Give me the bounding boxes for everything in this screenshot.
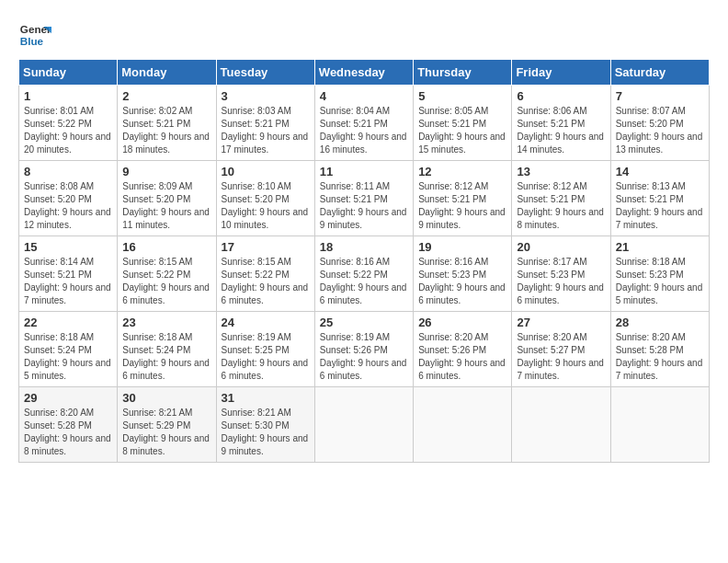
calendar-cell: 11Sunrise: 8:11 AM Sunset: 5:21 PM Dayli…	[314, 161, 413, 236]
calendar-cell: 17Sunrise: 8:15 AM Sunset: 5:22 PM Dayli…	[216, 236, 314, 312]
calendar-cell: 15Sunrise: 8:14 AM Sunset: 5:21 PM Dayli…	[19, 236, 118, 312]
day-number: 27	[517, 316, 605, 329]
day-info: Sunrise: 8:04 AM Sunset: 5:21 PM Dayligh…	[320, 105, 408, 156]
svg-text:Blue: Blue	[20, 35, 44, 47]
day-number: 23	[122, 316, 210, 329]
day-info: Sunrise: 8:18 AM Sunset: 5:24 PM Dayligh…	[24, 331, 112, 383]
calendar-cell: 28Sunrise: 8:20 AM Sunset: 5:28 PM Dayli…	[610, 312, 709, 387]
day-info: Sunrise: 8:15 AM Sunset: 5:22 PM Dayligh…	[222, 256, 310, 307]
day-info: Sunrise: 8:18 AM Sunset: 5:23 PM Dayligh…	[616, 256, 704, 307]
day-info: Sunrise: 8:19 AM Sunset: 5:26 PM Dayligh…	[320, 331, 408, 383]
calendar-cell	[414, 387, 512, 463]
day-number: 8	[24, 165, 112, 178]
calendar-cell: 13Sunrise: 8:12 AM Sunset: 5:21 PM Dayli…	[512, 161, 610, 236]
calendar-cell: 30Sunrise: 8:21 AM Sunset: 5:29 PM Dayli…	[118, 387, 216, 463]
calendar-cell: 3Sunrise: 8:03 AM Sunset: 5:21 PM Daylig…	[216, 86, 314, 161]
day-number: 19	[418, 240, 506, 254]
day-info: Sunrise: 8:05 AM Sunset: 5:21 PM Dayligh…	[418, 105, 506, 156]
day-info: Sunrise: 8:19 AM Sunset: 5:25 PM Dayligh…	[222, 331, 310, 383]
day-number: 9	[122, 165, 210, 178]
logo-icon: General Blue	[18, 18, 51, 52]
day-number: 20	[517, 240, 605, 254]
day-number: 5	[418, 89, 506, 103]
calendar-week-row: 22Sunrise: 8:18 AM Sunset: 5:24 PM Dayli…	[19, 312, 710, 387]
day-number: 6	[517, 89, 605, 103]
calendar-cell: 19Sunrise: 8:16 AM Sunset: 5:23 PM Dayli…	[414, 236, 512, 312]
day-number: 29	[24, 391, 112, 405]
calendar-header-row: SundayMondayTuesdayWednesdayThursdayFrid…	[19, 60, 710, 86]
day-number: 4	[320, 89, 408, 103]
calendar-week-row: 29Sunrise: 8:20 AM Sunset: 5:28 PM Dayli…	[19, 387, 710, 463]
day-number: 28	[616, 316, 704, 329]
day-number: 24	[222, 316, 310, 329]
calendar-cell: 6Sunrise: 8:06 AM Sunset: 5:21 PM Daylig…	[512, 86, 610, 161]
day-info: Sunrise: 8:12 AM Sunset: 5:21 PM Dayligh…	[517, 180, 605, 232]
day-info: Sunrise: 8:10 AM Sunset: 5:20 PM Dayligh…	[222, 180, 310, 232]
day-info: Sunrise: 8:20 AM Sunset: 5:26 PM Dayligh…	[418, 331, 506, 383]
calendar-cell	[314, 387, 413, 463]
calendar-cell: 31Sunrise: 8:21 AM Sunset: 5:30 PM Dayli…	[216, 387, 314, 463]
column-header-tuesday: Tuesday	[216, 60, 314, 86]
day-number: 22	[24, 316, 112, 329]
day-info: Sunrise: 8:17 AM Sunset: 5:23 PM Dayligh…	[517, 256, 605, 307]
day-info: Sunrise: 8:18 AM Sunset: 5:24 PM Dayligh…	[122, 331, 210, 383]
calendar-week-row: 1Sunrise: 8:01 AM Sunset: 5:22 PM Daylig…	[19, 86, 710, 161]
day-info: Sunrise: 8:16 AM Sunset: 5:22 PM Dayligh…	[320, 256, 408, 307]
calendar-cell: 29Sunrise: 8:20 AM Sunset: 5:28 PM Dayli…	[19, 387, 118, 463]
day-number: 21	[616, 240, 704, 254]
day-info: Sunrise: 8:01 AM Sunset: 5:22 PM Dayligh…	[24, 105, 112, 156]
day-info: Sunrise: 8:21 AM Sunset: 5:29 PM Dayligh…	[122, 407, 210, 458]
day-info: Sunrise: 8:02 AM Sunset: 5:21 PM Dayligh…	[122, 105, 210, 156]
day-number: 2	[122, 89, 210, 103]
column-header-wednesday: Wednesday	[314, 60, 413, 86]
day-info: Sunrise: 8:13 AM Sunset: 5:21 PM Dayligh…	[616, 180, 704, 232]
day-info: Sunrise: 8:20 AM Sunset: 5:27 PM Dayligh…	[517, 331, 605, 383]
calendar-cell: 16Sunrise: 8:15 AM Sunset: 5:22 PM Dayli…	[118, 236, 216, 312]
day-info: Sunrise: 8:20 AM Sunset: 5:28 PM Dayligh…	[24, 407, 112, 458]
day-number: 25	[320, 316, 408, 329]
calendar-cell: 10Sunrise: 8:10 AM Sunset: 5:20 PM Dayli…	[216, 161, 314, 236]
calendar-cell: 24Sunrise: 8:19 AM Sunset: 5:25 PM Dayli…	[216, 312, 314, 387]
day-info: Sunrise: 8:14 AM Sunset: 5:21 PM Dayligh…	[24, 256, 112, 307]
day-number: 31	[222, 391, 310, 405]
calendar-cell: 25Sunrise: 8:19 AM Sunset: 5:26 PM Dayli…	[314, 312, 413, 387]
day-info: Sunrise: 8:20 AM Sunset: 5:28 PM Dayligh…	[616, 331, 704, 383]
calendar-cell: 5Sunrise: 8:05 AM Sunset: 5:21 PM Daylig…	[414, 86, 512, 161]
column-header-saturday: Saturday	[610, 60, 709, 86]
calendar-cell: 23Sunrise: 8:18 AM Sunset: 5:24 PM Dayli…	[118, 312, 216, 387]
calendar-week-row: 8Sunrise: 8:08 AM Sunset: 5:20 PM Daylig…	[19, 161, 710, 236]
day-number: 13	[517, 165, 605, 178]
day-info: Sunrise: 8:06 AM Sunset: 5:21 PM Dayligh…	[517, 105, 605, 156]
calendar-cell: 4Sunrise: 8:04 AM Sunset: 5:21 PM Daylig…	[314, 86, 413, 161]
calendar-cell: 12Sunrise: 8:12 AM Sunset: 5:21 PM Dayli…	[414, 161, 512, 236]
calendar-cell: 14Sunrise: 8:13 AM Sunset: 5:21 PM Dayli…	[610, 161, 709, 236]
column-header-sunday: Sunday	[19, 60, 118, 86]
day-number: 16	[122, 240, 210, 254]
day-number: 26	[418, 316, 506, 329]
calendar-cell	[610, 387, 709, 463]
day-info: Sunrise: 8:09 AM Sunset: 5:20 PM Dayligh…	[122, 180, 210, 232]
day-info: Sunrise: 8:12 AM Sunset: 5:21 PM Dayligh…	[418, 180, 506, 232]
day-number: 1	[24, 89, 112, 103]
calendar-cell: 1Sunrise: 8:01 AM Sunset: 5:22 PM Daylig…	[19, 86, 118, 161]
day-number: 30	[122, 391, 210, 405]
calendar-table: SundayMondayTuesdayWednesdayThursdayFrid…	[18, 59, 710, 463]
day-number: 11	[320, 165, 408, 178]
calendar-cell: 22Sunrise: 8:18 AM Sunset: 5:24 PM Dayli…	[19, 312, 118, 387]
calendar-cell: 8Sunrise: 8:08 AM Sunset: 5:20 PM Daylig…	[19, 161, 118, 236]
day-number: 3	[222, 89, 310, 103]
day-number: 10	[222, 165, 310, 178]
calendar-cell: 18Sunrise: 8:16 AM Sunset: 5:22 PM Dayli…	[314, 236, 413, 312]
day-info: Sunrise: 8:11 AM Sunset: 5:21 PM Dayligh…	[320, 180, 408, 232]
calendar-cell: 20Sunrise: 8:17 AM Sunset: 5:23 PM Dayli…	[512, 236, 610, 312]
day-info: Sunrise: 8:15 AM Sunset: 5:22 PM Dayligh…	[122, 256, 210, 307]
day-number: 15	[24, 240, 112, 254]
calendar-cell: 9Sunrise: 8:09 AM Sunset: 5:20 PM Daylig…	[118, 161, 216, 236]
day-info: Sunrise: 8:08 AM Sunset: 5:20 PM Dayligh…	[24, 180, 112, 232]
day-number: 14	[616, 165, 704, 178]
logo: General Blue	[18, 18, 55, 52]
column-header-thursday: Thursday	[414, 60, 512, 86]
column-header-monday: Monday	[118, 60, 216, 86]
day-number: 17	[222, 240, 310, 254]
calendar-week-row: 15Sunrise: 8:14 AM Sunset: 5:21 PM Dayli…	[19, 236, 710, 312]
